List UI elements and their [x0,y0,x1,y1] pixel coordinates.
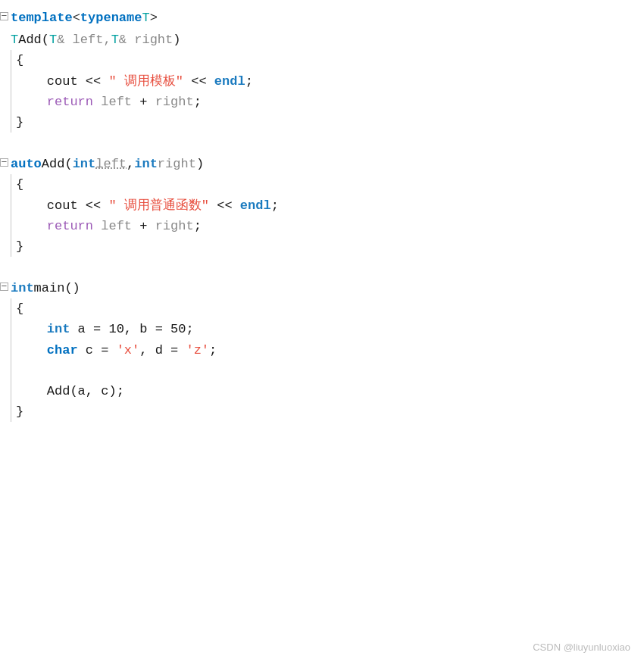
template-header: − template<typename T> [11,8,644,28]
watermark: CSDN @liuyunluoxiao [533,640,630,656]
code-line: } [11,236,644,257]
main-block-body: { int a = 10, b = 50; char c = 'x', d = … [11,298,644,422]
code-container: − template<typename T> T Add(T& left, T&… [0,0,644,429]
code-line: } [11,112,644,133]
code-line: { [11,174,644,195]
collapse-button-1[interactable]: − [0,12,8,20]
code-line: Add(a, c); [11,381,644,401]
template-function-sig: T Add(T& left, T& right) [11,30,644,50]
main-block: − int main() { int a = 10, b = 50; char … [11,278,644,422]
code-line-empty [11,361,644,381]
code-line: } [11,401,644,422]
collapse-button-2[interactable]: − [0,158,8,167]
auto-block: − auto Add(int left, int right) { cout <… [11,154,644,257]
main-function-sig: − int main() [11,278,644,298]
code-line: char c = 'x', d = 'z'; [11,340,644,361]
code-line: return left + right; [11,92,644,112]
template-block-body: { cout << " 调用模板" << endl; return left +… [11,50,644,133]
gap-2 [0,257,644,278]
code-line: int a = 10, b = 50; [11,319,644,339]
collapse-button-3[interactable]: − [0,283,8,291]
auto-function-sig: − auto Add(int left, int right) [11,154,644,174]
template-block: − template<typename T> T Add(T& left, T&… [11,8,644,133]
code-line: { [11,50,644,70]
code-line: cout << " 调用模板" << endl; [11,71,644,92]
code-line: return left + right; [11,216,644,236]
auto-block-body: { cout << " 调用普通函数" << endl; return left… [11,174,644,257]
template-keyword: template [11,8,73,28]
code-line: { [11,298,644,319]
gap-1 [0,133,644,154]
code-line: cout << " 调用普通函数" << endl; [11,195,644,216]
